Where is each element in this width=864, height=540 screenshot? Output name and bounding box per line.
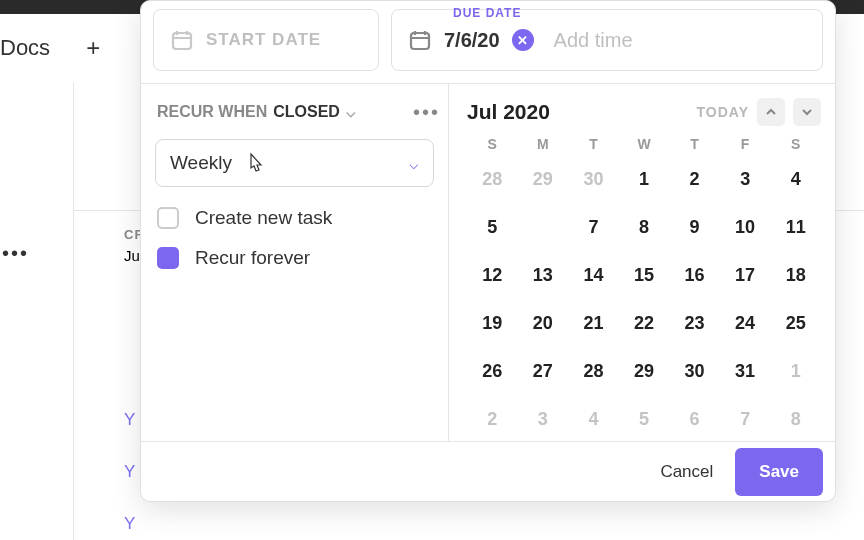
recur-when-value: CLOSED [273,103,340,121]
weekday-label: T [669,136,720,152]
weekday-label: F [720,136,771,152]
calendar-day[interactable]: 13 [518,256,569,294]
bg-text: Ju [124,247,140,264]
checkbox-checked[interactable] [157,247,179,269]
calendar-header: Jul 2020 TODAY [467,98,821,126]
calendar-day[interactable]: 8 [770,400,821,438]
calendar-day[interactable]: 30 [669,352,720,390]
option-label: Recur forever [195,247,310,269]
days-grid: 2829301234567891011121314151617181920212… [467,160,821,438]
calendar-day[interactable]: 26 [467,352,518,390]
calendar-pane: Jul 2020 TODAY SMTWTFS 28293012345678910… [449,84,835,442]
docs-tab[interactable]: Docs [0,35,50,61]
calendar-day[interactable]: 27 [518,352,569,390]
svg-rect-1 [411,33,429,49]
bg-link: Y [124,514,135,534]
calendar-day[interactable]: 5 [619,400,670,438]
calendar-day[interactable]: 23 [669,304,720,342]
chevron-down-icon: ⌵ [409,154,419,173]
frequency-value: Weekly [170,152,232,174]
more-icon[interactable]: ••• [2,242,29,265]
calendar-day[interactable]: 16 [669,256,720,294]
calendar-day[interactable]: 25 [770,304,821,342]
calendar-day[interactable]: 17 [720,256,771,294]
add-time-button[interactable]: Add time [554,29,633,52]
calendar-day[interactable]: 29 [518,160,569,198]
start-date-field[interactable]: START DATE [153,9,379,71]
calendar-day[interactable]: 12 [467,256,518,294]
recur-when-dropdown[interactable]: RECUR WHEN CLOSED ⌵ [155,102,434,121]
weekday-row: SMTWTFS [467,136,821,152]
calendar-day[interactable]: 11 [770,208,821,246]
clear-due-date-button[interactable]: ✕ [512,29,534,51]
calendar-icon [170,28,194,52]
today-button[interactable]: TODAY [697,104,749,120]
calendar-day[interactable]: 15 [619,256,670,294]
recur-when-label: RECUR WHEN [157,103,267,121]
next-month-button[interactable] [793,98,821,126]
create-new-task-option[interactable]: Create new task [157,207,434,229]
frequency-select[interactable]: Weekly ⌵ [155,139,434,187]
date-recurrence-popup: START DATE DUE DATE 7/6/20 ✕ Add time RE… [140,0,836,502]
due-date-value: 7/6/20 [444,29,500,52]
calendar-icon [408,28,432,52]
calendar-day[interactable]: 10 [720,208,771,246]
calendar-day[interactable]: 20 [518,304,569,342]
calendar-day[interactable]: 24 [720,304,771,342]
weekday-label: T [568,136,619,152]
cancel-button[interactable]: Cancel [638,462,735,482]
calendar-day[interactable]: 2 [467,400,518,438]
calendar-day[interactable]: 28 [467,160,518,198]
calendar-day[interactable]: 7 [720,400,771,438]
calendar-day[interactable]: 18 [770,256,821,294]
add-icon[interactable]: + [86,34,100,62]
calendar-day[interactable]: 5 [467,208,518,246]
prev-month-button[interactable] [757,98,785,126]
month-label: Jul 2020 [467,100,550,124]
calendar-day[interactable]: 7 [568,208,619,246]
calendar-day[interactable]: 30 [568,160,619,198]
save-button[interactable]: Save [735,448,823,496]
calendar-day[interactable]: 29 [619,352,670,390]
calendar-day[interactable]: 6 [669,400,720,438]
calendar-day[interactable]: 19 [467,304,518,342]
weekday-label: W [619,136,670,152]
more-options-icon[interactable]: ••• [413,101,440,124]
recur-forever-option[interactable]: Recur forever [157,247,434,269]
calendar-day[interactable]: 8 [619,208,670,246]
calendar-day[interactable]: 4 [770,160,821,198]
svg-rect-0 [173,33,191,49]
option-label: Create new task [195,207,332,229]
calendar-day[interactable]: 9 [669,208,720,246]
chevron-down-icon: ⌵ [346,102,356,121]
start-date-placeholder: START DATE [206,30,321,50]
due-date-field[interactable]: DUE DATE 7/6/20 ✕ Add time [391,9,823,71]
calendar-day[interactable]: 31 [720,352,771,390]
checkbox-unchecked[interactable] [157,207,179,229]
popup-footer: Cancel Save [141,441,835,501]
bg-link: Y [124,410,135,430]
calendar-day[interactable]: 21 [568,304,619,342]
calendar-nav: TODAY [697,98,821,126]
calendar-day[interactable]: 14 [568,256,619,294]
due-date-label: DUE DATE [453,6,521,20]
left-sidebar: ••• [0,82,74,540]
calendar-day[interactable]: 1 [770,352,821,390]
calendar-day[interactable]: 3 [720,160,771,198]
calendar-day[interactable]: 22 [619,304,670,342]
calendar-day[interactable]: 4 [568,400,619,438]
calendar-day[interactable]: 1 [619,160,670,198]
recurrence-pane: RECUR WHEN CLOSED ⌵ ••• Weekly ⌵ Create … [141,84,449,442]
date-bar: START DATE DUE DATE 7/6/20 ✕ Add time [141,1,835,84]
calendar-day[interactable]: 2 [669,160,720,198]
calendar-day[interactable]: 3 [518,400,569,438]
weekday-label: M [518,136,569,152]
popup-body: RECUR WHEN CLOSED ⌵ ••• Weekly ⌵ Create … [141,84,835,442]
weekday-label: S [770,136,821,152]
weekday-label: S [467,136,518,152]
pointer-cursor-icon [244,152,268,178]
bg-link: Y [124,462,135,482]
calendar-day[interactable]: 6 [518,208,569,246]
calendar-day[interactable]: 28 [568,352,619,390]
